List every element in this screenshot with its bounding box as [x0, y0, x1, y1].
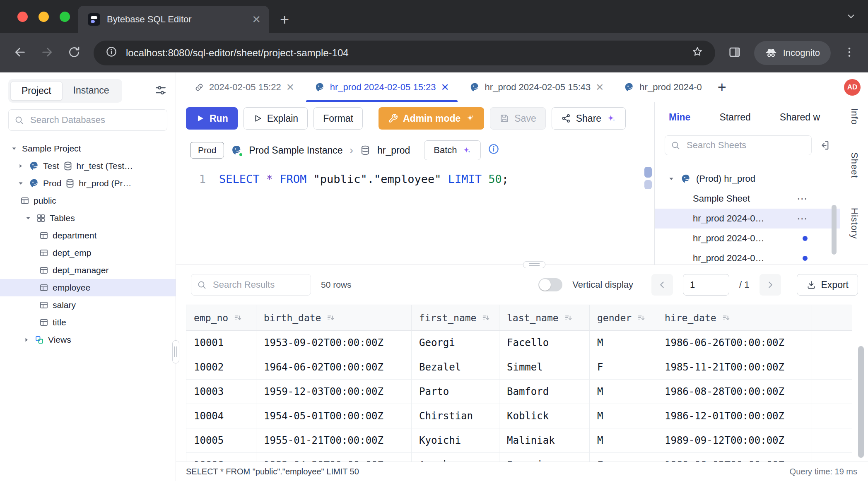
vertical-display-toggle[interactable] — [538, 278, 562, 291]
forward-icon[interactable] — [40, 45, 55, 61]
window-close-button[interactable] — [17, 12, 28, 22]
column-header-last_name[interactable]: last_name — [499, 305, 590, 331]
format-button[interactable]: Format — [313, 107, 363, 130]
admin-mode-button[interactable]: Admin mode — [379, 107, 484, 130]
cell[interactable]: 1986-08-28T00:00:00Z — [657, 380, 812, 404]
instance-name[interactable]: Prod Sample Instance — [249, 145, 342, 156]
cell[interactable]: Facello — [499, 331, 590, 355]
sheet-tab-3[interactable]: hr_prod 2024-02-05 15:43 ✕ — [459, 72, 614, 102]
url-bar[interactable]: localhost:8080/sql-editor/sheet/project-… — [94, 41, 715, 65]
cell[interactable]: 1989-06-02T00:00:00Z — [657, 453, 812, 462]
cell[interactable]: Bezalel — [412, 355, 499, 380]
tree-item-table-title[interactable]: title — [0, 314, 176, 331]
cell[interactable]: M — [590, 404, 657, 428]
cell[interactable]: 10006 — [186, 453, 256, 462]
cell[interactable]: Georgi — [412, 331, 499, 355]
tree-item-tables-group[interactable]: Tables — [0, 209, 176, 227]
browser-menu-icon[interactable] — [843, 46, 856, 60]
share-button[interactable]: Share — [552, 107, 626, 130]
tree-item-schema-public[interactable]: public — [0, 192, 176, 209]
cell[interactable]: Chirstian — [412, 404, 499, 428]
close-icon[interactable]: ✕ — [286, 82, 294, 92]
batch-button[interactable]: Batch — [424, 140, 480, 160]
tab-shared[interactable]: Shared w — [780, 112, 820, 123]
more-actions-icon[interactable]: ⋯ — [797, 213, 808, 224]
cell[interactable]: 1953-04-20T00:00:00Z — [256, 453, 412, 462]
new-tab-button[interactable]: + — [280, 12, 289, 27]
editor-scrollbar[interactable] — [644, 167, 652, 189]
column-header-gender[interactable]: gender — [590, 305, 657, 331]
tree-item-table-employee[interactable]: employee — [0, 279, 176, 296]
results-scrollbar[interactable] — [858, 346, 864, 458]
sheet-tab-1[interactable]: 2024-02-05 15:22 ✕ — [184, 72, 304, 102]
browser-tab[interactable]: Bytebase SQL Editor ✕ — [78, 6, 269, 33]
cell[interactable]: 1959-12-03T00:00:00Z — [256, 380, 412, 404]
rail-tab-sheet[interactable]: Sheet — [849, 152, 860, 178]
results-resize-handle[interactable] — [523, 261, 545, 268]
cell[interactable]: M — [590, 380, 657, 404]
cell[interactable]: 1986-06-26T00:00:00Z — [657, 331, 812, 355]
cell[interactable]: Bamford — [499, 380, 590, 404]
tree-item-project[interactable]: Sample Project — [0, 140, 176, 157]
cell[interactable]: 1953-09-02T00:00:00Z — [256, 331, 412, 355]
sheet-tab-2-active[interactable]: hr_prod 2024-02-05 15:23 ✕ — [304, 72, 459, 102]
sheet-tab-4[interactable]: hr_prod 2024-0 — [614, 72, 711, 102]
column-header-first_name[interactable]: first_name — [412, 305, 499, 331]
filter-settings-icon[interactable] — [154, 84, 167, 99]
sheet-item-selected[interactable]: hr_prod 2024-0… ⋯ — [655, 209, 840, 228]
export-button[interactable]: Export — [797, 274, 858, 296]
reload-icon[interactable] — [67, 45, 81, 61]
tree-item-env-test[interactable]: Test hr_test (Test… — [0, 157, 176, 175]
cell[interactable]: M — [590, 428, 657, 453]
cell[interactable]: 10005 — [186, 428, 256, 453]
sql-editor[interactable]: 1 SELECT * FROM "public"."employee" LIMI… — [176, 166, 654, 265]
sidebar-resize-handle[interactable] — [172, 340, 179, 363]
environment-chip[interactable]: Prod — [190, 142, 224, 159]
cell[interactable]: 1985-11-21T00:00:00Z — [657, 355, 812, 380]
column-header-emp_no[interactable]: emp_no — [186, 305, 256, 331]
cell[interactable]: 10004 — [186, 404, 256, 428]
rail-tab-history[interactable]: History — [849, 208, 860, 239]
cell[interactable]: 10002 — [186, 355, 256, 380]
collapse-panel-icon[interactable] — [818, 139, 830, 151]
cell[interactable]: Kyoichi — [412, 428, 499, 453]
tree-item-table-salary[interactable]: salary — [0, 296, 176, 314]
tab-project[interactable]: Project — [10, 81, 63, 101]
cell[interactable]: 1964-06-02T00:00:00Z — [256, 355, 412, 380]
more-actions-icon[interactable]: ⋯ — [797, 193, 808, 204]
database-name[interactable]: hr_prod — [377, 145, 410, 156]
cell[interactable]: Simmel — [499, 355, 590, 380]
user-avatar[interactable]: AD — [844, 79, 861, 96]
cell[interactable]: 1986-12-01T00:00:00Z — [657, 404, 812, 428]
window-minimize-button[interactable] — [39, 12, 49, 22]
column-header-hire_date[interactable]: hire_date — [657, 305, 812, 331]
sheet-item[interactable]: hr_prod 2024-0… — [655, 248, 840, 265]
tree-item-env-prod[interactable]: Prod hr_prod (Pr… — [0, 175, 176, 192]
tab-starred[interactable]: Starred — [719, 112, 750, 123]
close-icon[interactable]: ✕ — [441, 82, 449, 92]
next-page-button[interactable] — [760, 274, 781, 296]
sheet-item[interactable]: hr_prod 2024-0… — [655, 228, 840, 248]
prev-page-button[interactable] — [651, 274, 673, 296]
new-sheet-tab-button[interactable]: + — [712, 80, 732, 95]
cell[interactable]: Parto — [412, 380, 499, 404]
tree-item-table-department[interactable]: department — [0, 227, 176, 244]
cell[interactable]: 1954-05-01T00:00:00Z — [256, 404, 412, 428]
tree-item-table-dept_emp[interactable]: dept_emp — [0, 244, 176, 262]
sheet-list-scrollbar[interactable] — [832, 205, 837, 255]
save-button[interactable]: Save — [490, 107, 545, 130]
connection-info-icon[interactable] — [487, 143, 500, 158]
cell[interactable]: Preusig — [499, 453, 590, 462]
database-search-input[interactable] — [8, 109, 167, 131]
cell[interactable]: Koblick — [499, 404, 590, 428]
bookmark-star-icon[interactable] — [691, 46, 704, 60]
cell[interactable]: 10003 — [186, 380, 256, 404]
window-zoom-button[interactable] — [60, 12, 70, 22]
page-number-input[interactable] — [683, 274, 729, 296]
cell[interactable]: F — [590, 453, 657, 462]
tab-instance[interactable]: Instance — [63, 81, 120, 101]
explain-button[interactable]: Explain — [244, 107, 308, 130]
cell[interactable]: 1955-01-21T00:00:00Z — [256, 428, 412, 453]
cell[interactable]: Maliniak — [499, 428, 590, 453]
tree-item-views-group[interactable]: Views — [0, 331, 176, 349]
